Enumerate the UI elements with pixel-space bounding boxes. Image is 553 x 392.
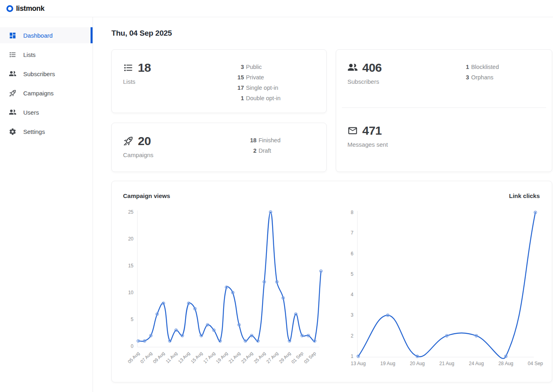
lists-count: 18 <box>138 61 151 75</box>
sidebar-item-label: Dashboard <box>23 32 52 39</box>
brand-name: listmonk <box>16 4 44 13</box>
sidebar-item-label: Campaigns <box>23 90 54 97</box>
subscribers-section: 406 Subscribers 1Blocklisted 3Orphans <box>336 50 552 107</box>
sidebar-item-label: Lists <box>23 51 36 58</box>
breakdown-row: 3Public <box>235 62 281 72</box>
sidebar-item-users[interactable]: Users <box>0 104 93 120</box>
svg-text:15: 15 <box>128 263 134 269</box>
svg-text:13 Aug: 13 Aug <box>351 361 365 366</box>
svg-text:4: 4 <box>351 292 353 297</box>
svg-text:23 Aug: 23 Aug <box>240 351 254 364</box>
svg-text:10: 10 <box>128 290 134 295</box>
svg-text:19 Aug: 19 Aug <box>215 351 229 364</box>
svg-text:25 Aug: 25 Aug <box>253 351 266 364</box>
sidebar-item-lists[interactable]: Lists <box>0 46 93 63</box>
breakdown-row: 17Single opt-in <box>235 83 281 93</box>
breakdown-row: 1Blocklisted <box>460 62 499 72</box>
svg-text:09 Aug: 09 Aug <box>152 351 165 364</box>
svg-text:2: 2 <box>351 333 353 339</box>
campaigns-card: 20 Campaigns 18Finished 2Draft <box>111 123 327 172</box>
email-icon <box>347 125 358 136</box>
svg-text:28 Aug: 28 Aug <box>499 361 513 366</box>
svg-text:3: 3 <box>351 312 353 318</box>
campaign-views-chart[interactable]: 051015202505 Aug07 Aug09 Aug11 Aug13 Aug… <box>123 204 339 376</box>
svg-text:25: 25 <box>128 209 134 215</box>
messages-count: 471 <box>362 124 382 137</box>
lists-icon <box>123 63 133 73</box>
main-content: Thu, 04 Sep 2025 18 Lists 3Public 15Priv… <box>93 17 553 392</box>
subscribers-breakdown: 1Blocklisted 3Orphans <box>460 62 499 96</box>
link-clicks-title: Link clicks <box>509 192 540 199</box>
campaigns-icon <box>123 136 133 146</box>
svg-text:5: 5 <box>351 271 353 277</box>
svg-text:27 Aug: 27 Aug <box>266 351 279 364</box>
lists-breakdown: 3Public 15Private 17Single opt-in 1Doubl… <box>235 62 281 101</box>
campaigns-stat: 20 Campaigns <box>123 134 153 160</box>
lists-stat: 18 Lists <box>123 61 151 101</box>
top-bar: listmonk <box>0 0 553 17</box>
svg-text:13 Aug: 13 Aug <box>177 351 191 364</box>
lists-card: 18 Lists 3Public 15Private 17Single opt-… <box>111 49 327 113</box>
svg-text:29 Aug: 29 Aug <box>278 351 292 364</box>
subscribers-label: Subscribers <box>347 78 382 85</box>
breakdown-row: 3Orphans <box>460 72 499 83</box>
svg-text:21 Aug: 21 Aug <box>228 351 241 364</box>
sidebar: Dashboard Lists Subscribers Campaigns Us… <box>0 17 93 392</box>
campaigns-label: Campaigns <box>123 152 153 158</box>
charts-card: Campaign views Link clicks 051015202505 … <box>111 181 552 382</box>
sidebar-item-dashboard[interactable]: Dashboard <box>0 27 93 43</box>
subscribers-count: 406 <box>362 61 382 75</box>
svg-text:21 Aug: 21 Aug <box>439 361 454 366</box>
messages-stat: 471 Messages sent <box>347 124 388 154</box>
subscribers-stat: 406 Subscribers <box>347 61 382 96</box>
sidebar-item-subscribers[interactable]: Subscribers <box>0 66 93 82</box>
dashboard-icon <box>9 32 16 39</box>
sidebar-item-label: Settings <box>23 128 45 135</box>
breakdown-row: 18Finished <box>248 135 281 145</box>
listmonk-logo-icon <box>6 5 13 12</box>
svg-text:05 Aug: 05 Aug <box>127 351 141 364</box>
app-logo[interactable]: listmonk <box>6 4 44 13</box>
breakdown-row: 2Draft <box>248 145 281 156</box>
svg-text:04 Sep: 04 Sep <box>528 361 543 366</box>
sidebar-item-label: Subscribers <box>23 71 55 77</box>
stat-cards-row: 18 Lists 3Public 15Private 17Single opt-… <box>111 49 553 172</box>
sidebar-item-campaigns[interactable]: Campaigns <box>0 85 93 101</box>
subscribers-icon <box>9 70 16 78</box>
lists-icon <box>9 51 16 59</box>
campaigns-icon <box>9 89 16 97</box>
svg-text:6: 6 <box>351 251 353 257</box>
link-clicks-chart[interactable]: 1234567813 Aug19 Aug20 Aug21 Aug24 Aug28… <box>344 204 552 376</box>
svg-text:7: 7 <box>351 230 353 236</box>
svg-text:24 Aug: 24 Aug <box>469 361 484 366</box>
campaigns-count: 20 <box>138 134 151 148</box>
subscribers-messages-card: 406 Subscribers 1Blocklisted 3Orphans <box>336 49 552 172</box>
lists-label: Lists <box>123 78 151 85</box>
messages-label: Messages sent <box>347 141 388 148</box>
svg-text:8: 8 <box>351 210 353 215</box>
svg-text:20 Aug: 20 Aug <box>410 361 425 366</box>
charts-area: 051015202505 Aug07 Aug09 Aug11 Aug13 Aug… <box>123 201 540 379</box>
messages-section: 471 Messages sent <box>336 108 552 166</box>
campaign-views-title: Campaign views <box>123 192 170 199</box>
breakdown-row: 15Private <box>235 72 281 83</box>
svg-text:1: 1 <box>351 354 353 359</box>
svg-text:0: 0 <box>131 344 133 349</box>
svg-text:03 Sep: 03 Sep <box>303 351 317 364</box>
users-icon <box>9 109 16 116</box>
breakdown-row: 1Double opt-in <box>235 93 281 103</box>
sidebar-item-label: Users <box>23 109 39 116</box>
svg-text:20: 20 <box>128 236 134 242</box>
sidebar-item-settings[interactable]: Settings <box>0 123 93 139</box>
svg-text:19 Aug: 19 Aug <box>380 361 395 366</box>
svg-text:15 Aug: 15 Aug <box>190 351 204 364</box>
page-title: Thu, 04 Sep 2025 <box>111 29 553 38</box>
svg-text:17 Aug: 17 Aug <box>202 351 216 364</box>
campaigns-breakdown: 18Finished 2Draft <box>248 135 281 160</box>
subscribers-icon <box>347 63 358 73</box>
svg-text:01 Sep: 01 Sep <box>291 351 304 364</box>
svg-text:5: 5 <box>131 317 133 322</box>
settings-icon <box>9 128 16 135</box>
svg-text:11 Aug: 11 Aug <box>165 351 178 364</box>
svg-text:07 Aug: 07 Aug <box>139 351 153 364</box>
